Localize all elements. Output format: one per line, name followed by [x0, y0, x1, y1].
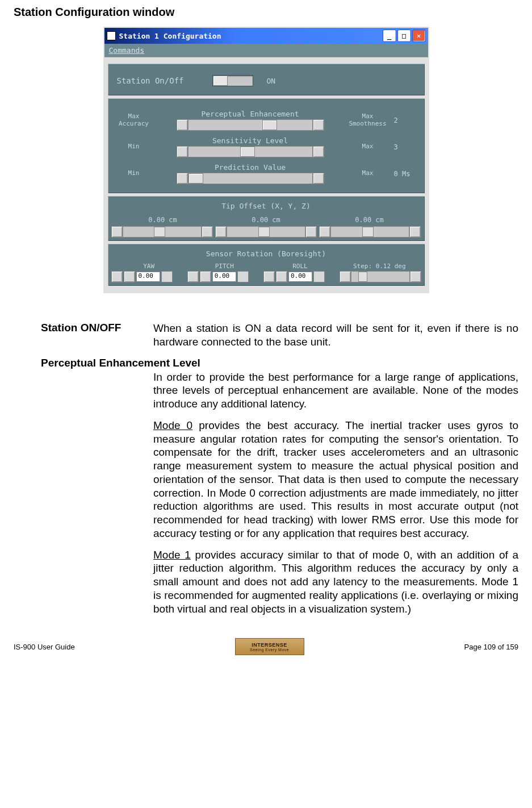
- tip-y-slider[interactable]: ◄►: [215, 226, 317, 238]
- tip-y-dec-button[interactable]: ◄: [215, 226, 227, 238]
- tip-z-inc-button[interactable]: ►: [409, 226, 421, 238]
- step-label: Step: 0.12 deg: [338, 263, 421, 270]
- logo-bottom: Seeing Every Move: [250, 648, 289, 652]
- panel-sliders: MaxAccuracy Perceptual Enhancement ◄ ► M…: [108, 98, 425, 193]
- boresight-title: Sensor Rotation (Boresight): [111, 249, 421, 258]
- mode0-head: Mode 0: [153, 419, 192, 431]
- panel-onoff: Station On/Off ON: [108, 64, 425, 95]
- perceptual-left-label: MaxAccuracy: [111, 113, 157, 127]
- tip-y-thumb[interactable]: [258, 227, 270, 237]
- desc-station-onoff-label: Station ON/OFF: [41, 322, 153, 334]
- prediction-inc-button[interactable]: ►: [313, 173, 324, 184]
- tip-z-slider[interactable]: ◄►: [319, 226, 421, 238]
- step-dec-button[interactable]: ◄: [340, 271, 351, 282]
- mode1-text: provides accuracy similar to that of mod…: [153, 549, 518, 615]
- prediction-value: 0 Ms: [392, 170, 421, 178]
- roll-input[interactable]: 0.00: [288, 272, 312, 282]
- pitch-dec-button[interactable]: ◄: [187, 271, 199, 282]
- tip-x-slider[interactable]: ◄►: [111, 226, 213, 238]
- prediction-right-label: Max: [344, 170, 392, 177]
- perceptual-title: Perceptual Enhancement: [201, 110, 299, 118]
- desc-pel-intro: In order to provide the best performance…: [153, 370, 518, 411]
- perceptual-inc-button[interactable]: ►: [313, 119, 324, 131]
- tip-x-thumb[interactable]: [154, 227, 165, 237]
- yaw-dec-button[interactable]: ◄: [111, 271, 123, 282]
- desc-pel-heading: Perceptual Enhancement Level: [41, 357, 518, 369]
- onoff-label: Station On/Off: [117, 76, 208, 85]
- roll-dec-button[interactable]: ◄: [263, 271, 275, 282]
- menu-commands-rest[interactable]: ommands: [113, 46, 144, 55]
- roll-label: ROLL: [262, 263, 338, 270]
- pitch-label: PITCH: [187, 263, 262, 270]
- sensitivity-inc-button[interactable]: ►: [313, 146, 324, 157]
- onoff-toggle[interactable]: [212, 75, 253, 86]
- yaw-label: YAW: [111, 263, 187, 270]
- doc-section-heading: Station Configuration window: [14, 6, 518, 19]
- yaw-inc-button[interactable]: ►: [124, 271, 135, 282]
- tip-x-dec-button[interactable]: ◄: [111, 226, 123, 238]
- window-title: Station 1 Configuration: [119, 32, 221, 40]
- mode1-head: Mode 1: [153, 549, 191, 561]
- prediction-slider[interactable]: ◄ ►: [177, 173, 324, 184]
- window-icon: [107, 31, 116, 40]
- sensitivity-title: Sensitivity Level: [212, 136, 288, 145]
- close-button[interactable]: ✕: [412, 30, 426, 42]
- tip-z-thumb[interactable]: [362, 227, 374, 237]
- panel-tip-offset: Tip Offset (X, Y, Z) 0.00 cm 0.00 cm 0.0…: [108, 196, 425, 241]
- pitch-input[interactable]: 0.00: [212, 272, 236, 282]
- footer-right: Page 109 of 159: [464, 643, 518, 651]
- titlebar: Station 1 Configuration _ □ ✕: [104, 28, 428, 44]
- prediction-left-label: Min: [111, 170, 157, 177]
- desc-mode1: Mode 1 provides accuracy similar to that…: [153, 548, 518, 616]
- pitch-clear-button[interactable]: ✕: [237, 271, 249, 282]
- step-slider[interactable]: ◄ ►: [340, 271, 421, 282]
- tip-y-value: 0.00 cm: [218, 216, 315, 224]
- prediction-title: Prediction Value: [215, 163, 286, 172]
- onoff-state-text: ON: [267, 77, 276, 85]
- minimize-button[interactable]: _: [383, 30, 396, 42]
- perceptual-slider[interactable]: ◄ ►: [177, 119, 324, 131]
- tip-offset-title: Tip Offset (X, Y, Z): [111, 202, 421, 210]
- perceptual-dec-button[interactable]: ◄: [177, 119, 188, 131]
- mode0-text: provides the best accuracy. The inertial…: [153, 419, 518, 539]
- step-inc-button[interactable]: ►: [410, 271, 421, 282]
- toggle-knob[interactable]: [213, 76, 228, 86]
- tip-z-value: 0.00 cm: [321, 216, 418, 224]
- intersense-logo: INTERSENSE Seeing Every Move: [235, 638, 304, 655]
- perceptual-thumb[interactable]: [262, 120, 277, 130]
- perceptual-right-label: MaxSmoothness: [344, 113, 392, 127]
- sensitivity-right-label: Max: [344, 143, 392, 150]
- station-config-window: Station 1 Configuration _ □ ✕ Commands S…: [103, 27, 429, 293]
- desc-mode0: Mode 0 provides the best accuracy. The i…: [153, 419, 518, 540]
- pitch-inc-button[interactable]: ►: [200, 271, 211, 282]
- menu-bar: Commands: [104, 44, 428, 57]
- yaw-clear-button[interactable]: ✕: [161, 271, 173, 282]
- desc-station-onoff-text: When a station is ON a data record will …: [153, 322, 518, 349]
- tip-x-value: 0.00 cm: [115, 216, 211, 224]
- tip-z-dec-button[interactable]: ◄: [319, 226, 330, 238]
- page-footer: IS-900 User Guide INTERSENSE Seeing Ever…: [0, 638, 532, 655]
- prediction-thumb[interactable]: [188, 173, 203, 184]
- panel-boresight: Sensor Rotation (Boresight) YAW PITCH RO…: [108, 244, 425, 286]
- roll-inc-button[interactable]: ►: [276, 271, 287, 282]
- sensitivity-left-label: Min: [111, 143, 157, 150]
- sensitivity-slider[interactable]: ◄ ►: [177, 146, 324, 157]
- screenshot-figure: Station 1 Configuration _ □ ✕ Commands S…: [14, 27, 518, 293]
- sensitivity-value: 3: [392, 143, 421, 151]
- prediction-dec-button[interactable]: ◄: [177, 173, 188, 184]
- sensitivity-thumb[interactable]: [240, 147, 255, 157]
- maximize-button[interactable]: □: [397, 30, 411, 42]
- sensitivity-dec-button[interactable]: ◄: [177, 146, 188, 157]
- step-thumb[interactable]: [358, 272, 367, 282]
- roll-clear-button[interactable]: ✕: [313, 271, 325, 282]
- tip-y-inc-button[interactable]: ►: [305, 226, 317, 238]
- logo-top: INTERSENSE: [252, 642, 287, 648]
- yaw-input[interactable]: 0.00: [136, 272, 160, 282]
- footer-left: IS-900 User Guide: [14, 643, 75, 651]
- perceptual-value: 2: [392, 116, 421, 124]
- tip-x-inc-button[interactable]: ►: [202, 226, 213, 238]
